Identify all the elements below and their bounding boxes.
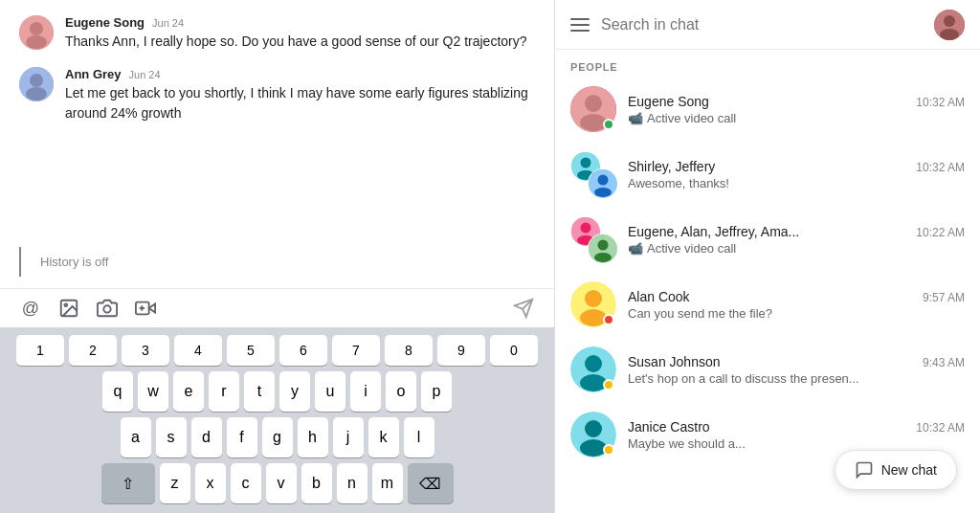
chat-item-susan[interactable]: Susan Johnson 9:43 AM Let's hop on a cal…: [555, 337, 980, 402]
key-7[interactable]: 7: [332, 335, 380, 366]
chat-preview: 📹 Active video call: [628, 241, 965, 256]
new-chat-label: New chat: [881, 462, 937, 478]
camera-icon[interactable]: [96, 297, 119, 320]
search-input[interactable]: [601, 16, 923, 33]
new-chat-icon: [855, 460, 874, 480]
chat-name: Eugene Song: [628, 94, 709, 109]
chat-info: Janice Castro 10:32 AM Maybe we should a…: [628, 419, 965, 451]
new-chat-button[interactable]: New chat: [835, 450, 957, 490]
chat-name-row: Eugene, Alan, Jeffrey, Ama... 10:22 AM: [628, 224, 965, 239]
chat-item-group[interactable]: Eugene, Alan, Jeffrey, Ama... 10:22 AM 📹…: [555, 207, 980, 272]
key-h[interactable]: h: [298, 417, 328, 457]
svg-point-1: [30, 22, 43, 35]
history-notice: History is off: [19, 247, 535, 277]
svg-point-22: [581, 158, 591, 168]
chat-name-row: Eugene Song 10:32 AM: [628, 94, 965, 109]
key-8[interactable]: 8: [385, 335, 433, 366]
svg-point-32: [594, 253, 612, 262]
key-z[interactable]: z: [160, 463, 190, 503]
shift-key[interactable]: ⇧: [101, 463, 155, 503]
chat-item-eugene[interactable]: Eugene Song 10:32 AM 📹 Active video call: [555, 77, 980, 142]
key-f[interactable]: f: [227, 417, 257, 457]
key-4[interactable]: 4: [174, 335, 222, 366]
key-l[interactable]: l: [404, 417, 434, 457]
chat-info: Alan Cook 9:57 AM Can you send me the fi…: [628, 289, 965, 321]
chat-item-shirley-jeffery[interactable]: Shirley, Jeffery 10:32 AM Awesome, thank…: [555, 142, 980, 207]
key-3[interactable]: 3: [122, 335, 169, 366]
key-n[interactable]: n: [337, 463, 368, 503]
chat-name: Susan Johnson: [628, 354, 721, 369]
chat-info: Susan Johnson 9:43 AM Let's hop on a cal…: [628, 354, 965, 386]
key-s[interactable]: s: [156, 417, 187, 457]
input-toolbar: @: [0, 288, 554, 327]
key-i[interactable]: i: [350, 371, 381, 412]
key-k[interactable]: k: [368, 417, 399, 457]
message-content: Ann Grey Jun 24 Let me get back to you s…: [65, 67, 535, 123]
key-9[interactable]: 9: [437, 335, 485, 366]
key-0[interactable]: 0: [490, 335, 538, 366]
key-o[interactable]: o: [386, 371, 416, 412]
key-r[interactable]: r: [209, 371, 239, 412]
key-6[interactable]: 6: [279, 335, 327, 366]
sender-name: Ann Grey: [65, 67, 122, 81]
chat-name: Alan Cook: [628, 289, 690, 304]
key-t[interactable]: t: [244, 371, 275, 412]
mention-icon[interactable]: @: [19, 297, 42, 320]
message-date: Jun 24: [129, 69, 161, 80]
status-dot-green: [603, 119, 614, 130]
key-x[interactable]: x: [195, 463, 226, 503]
video-call-icon: 📹: [628, 111, 643, 125]
key-v[interactable]: v: [266, 463, 297, 503]
svg-point-37: [585, 355, 602, 372]
right-panel: PEOPLE Eugene Song 10:32 AM: [555, 0, 980, 513]
key-p[interactable]: p: [421, 371, 452, 412]
number-row: 1 2 3 4 5 6 7 8 9 0: [4, 335, 550, 366]
key-d[interactable]: d: [191, 417, 222, 457]
key-1[interactable]: 1: [16, 335, 64, 366]
backspace-key[interactable]: ⌫: [408, 463, 454, 503]
key-q[interactable]: q: [102, 371, 133, 412]
hamburger-line-1: [570, 18, 590, 20]
chat-item-alan[interactable]: Alan Cook 9:57 AM Can you send me the fi…: [555, 272, 980, 337]
chat-list: Eugene Song 10:32 AM 📹 Active video call: [555, 77, 980, 513]
key-a[interactable]: a: [121, 417, 151, 457]
svg-point-28: [581, 223, 591, 234]
key-u[interactable]: u: [315, 371, 345, 412]
avatar: [19, 67, 54, 101]
svg-point-31: [598, 240, 609, 251]
svg-point-19: [585, 95, 602, 112]
image-icon[interactable]: [57, 297, 80, 320]
chat-time: 10:32 AM: [916, 421, 965, 435]
profile-avatar[interactable]: [934, 10, 965, 40]
key-5[interactable]: 5: [227, 335, 275, 366]
key-e[interactable]: e: [173, 371, 204, 412]
chat-name-row: Shirley, Jeffery 10:32 AM: [628, 159, 965, 174]
chat-time: 10:32 AM: [916, 161, 965, 174]
hamburger-icon[interactable]: [570, 18, 590, 32]
key-y[interactable]: y: [279, 371, 310, 412]
key-m[interactable]: m: [372, 463, 403, 503]
chat-time: 9:57 AM: [923, 291, 965, 304]
chat-name-row: Alan Cook 9:57 AM: [628, 289, 965, 304]
message-header: Eugene Song Jun 24: [65, 15, 535, 30]
message-header: Ann Grey Jun 24: [65, 67, 535, 81]
svg-point-4: [30, 74, 43, 87]
svg-point-40: [585, 420, 602, 437]
video-add-icon[interactable]: [134, 297, 157, 320]
hamburger-line-2: [570, 24, 590, 26]
multi-avatar-group: [570, 216, 616, 262]
key-c[interactable]: c: [231, 463, 261, 503]
svg-point-16: [944, 15, 955, 27]
status-dot-red: [603, 314, 614, 325]
key-w[interactable]: w: [138, 371, 168, 412]
status-dot-yellow: [603, 379, 614, 390]
key-g[interactable]: g: [262, 417, 293, 457]
message-row: Eugene Song Jun 24 Thanks Ann, I really …: [19, 15, 535, 52]
key-j[interactable]: j: [333, 417, 364, 457]
hamburger-line-3: [570, 30, 590, 32]
key-b[interactable]: b: [301, 463, 332, 503]
key-2[interactable]: 2: [69, 335, 117, 366]
keyboard-row-3: ⇧ z x c v b n m ⌫: [4, 463, 550, 503]
svg-point-26: [594, 188, 612, 197]
send-icon[interactable]: [512, 297, 535, 320]
